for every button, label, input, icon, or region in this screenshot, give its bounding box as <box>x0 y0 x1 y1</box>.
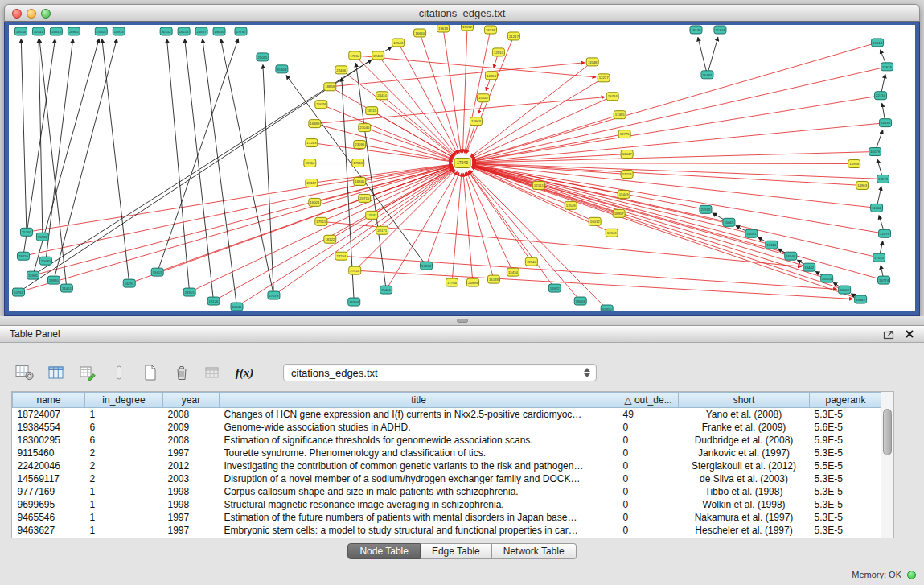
network-edge[interactable] <box>314 97 604 124</box>
table-cell[interactable]: 0 <box>618 472 679 485</box>
table-cell[interactable]: 19384554 <box>13 421 85 434</box>
network-node[interactable]: 14853 <box>485 72 497 80</box>
tab-edge-table[interactable]: Edge Table <box>421 543 492 559</box>
table-cell[interactable]: 0 <box>618 421 679 434</box>
network-window-titlebar[interactable]: citations_edges.txt <box>4 4 920 22</box>
network-node[interactable]: 20993 <box>466 278 478 286</box>
network-node[interactable]: 13880 <box>47 276 60 284</box>
network-edge[interactable] <box>472 43 877 160</box>
column-header-short[interactable]: short <box>679 393 810 408</box>
network-node[interactable]: 20076 <box>315 101 327 109</box>
network-node[interactable]: 20715 <box>359 194 371 202</box>
table-cell[interactable]: 5.5E-5 <box>810 459 882 472</box>
network-node[interactable]: 28117 <box>306 179 318 187</box>
table-cell[interactable]: 5.6E-5 <box>810 421 882 434</box>
table-cell[interactable]: 5.3E-5 <box>810 485 882 498</box>
network-node[interactable]: 19415 <box>151 268 163 276</box>
network-node[interactable]: 19613 <box>437 25 450 32</box>
network-edge[interactable] <box>263 65 273 295</box>
network-node[interactable]: 17485 <box>614 111 626 119</box>
network-edge[interactable] <box>46 39 73 261</box>
network-node[interactable]: 12161 <box>532 181 544 189</box>
network-node[interactable]: 20035 <box>39 257 51 265</box>
table-cell[interactable]: 5.9E-5 <box>810 434 882 447</box>
show-columns-button[interactable] <box>46 363 67 382</box>
table-cell[interactable]: Dudbridge et al. (2008) <box>679 434 810 447</box>
network-node[interactable]: 12217 <box>598 74 610 82</box>
network-edge[interactable] <box>473 163 854 164</box>
tab-network-table[interactable]: Network Table <box>492 543 577 559</box>
network-node[interactable]: 15919 <box>881 63 893 71</box>
network-hub-node[interactable]: 17240 <box>454 159 470 168</box>
network-node[interactable]: 16344 <box>348 298 360 306</box>
network-node[interactable]: 18031 <box>745 229 758 237</box>
network-edge[interactable] <box>472 166 809 267</box>
network-node[interactable]: 16640 <box>414 29 426 37</box>
table-cell[interactable]: 2009 <box>163 421 220 434</box>
network-node[interactable]: 17243 <box>306 139 318 147</box>
new-document-button[interactable] <box>140 363 161 382</box>
network-edge[interactable] <box>330 63 584 87</box>
table-cell[interactable]: 5.3E-5 <box>810 498 882 511</box>
table-cell[interactable]: 0 <box>618 524 679 537</box>
column-header-pagerank[interactable]: pagerank <box>810 393 882 408</box>
float-panel-icon[interactable] <box>883 329 895 340</box>
network-node[interactable]: 16946 <box>785 252 797 260</box>
network-edge[interactable] <box>190 167 454 292</box>
network-node[interactable]: 16949 <box>606 229 618 237</box>
network-node[interactable]: 15982 <box>36 233 48 241</box>
table-cell[interactable]: 9463627 <box>13 524 85 537</box>
network-node[interactable]: 18138 <box>484 26 496 34</box>
table-cell[interactable]: Nakamura et al. (1997) <box>679 511 810 524</box>
table-cell[interactable]: Estimation of the future numbers of pati… <box>220 511 618 524</box>
table-cell[interactable]: 1998 <box>163 498 220 511</box>
network-node[interactable]: 27514 <box>349 266 361 274</box>
network-node[interactable]: 17782 <box>235 27 247 35</box>
network-edge[interactable] <box>355 56 455 155</box>
network-node[interactable]: 16845 <box>354 177 366 185</box>
network-node[interactable]: 22406 <box>335 66 347 74</box>
network-edge[interactable] <box>355 56 595 77</box>
table-row[interactable]: 969969511998Structural magnetic resonanc… <box>13 498 882 511</box>
network-node[interactable]: 25260 <box>20 228 32 236</box>
table-cell[interactable]: Franke et al. (2009) <box>679 421 810 434</box>
table-row[interactable]: 946362711997Embryonic stem cells: a mode… <box>13 524 882 537</box>
table-cell[interactable]: 9699695 <box>13 498 85 511</box>
network-node[interactable]: 17764 <box>446 278 458 286</box>
table-row[interactable]: 911546021997Tourette syndrome. Phenomeno… <box>13 447 882 459</box>
network-node[interactable]: 21304 <box>714 26 726 34</box>
network-edge[interactable] <box>462 27 466 153</box>
function-builder-button[interactable]: f(x) <box>234 363 255 382</box>
table-cell[interactable]: Disruption of a novel member of a sodium… <box>220 472 618 485</box>
table-cell[interactable]: 14569117 <box>13 472 85 485</box>
network-edge[interactable] <box>472 167 844 290</box>
network-edge[interactable] <box>452 173 462 282</box>
network-node[interactable]: 17010 <box>873 253 885 262</box>
network-node[interactable]: 15905 <box>27 271 39 279</box>
table-cell[interactable]: 5.3E-5 <box>810 472 882 485</box>
column-header-name[interactable]: name <box>13 393 85 408</box>
network-edge[interactable] <box>472 115 619 160</box>
network-node[interactable]: 18130 <box>690 26 702 34</box>
network-node[interactable]: 22734 <box>875 92 887 100</box>
table-row[interactable]: 977716911998Corpus callosum shape and si… <box>13 485 882 498</box>
network-edge[interactable] <box>473 96 881 162</box>
network-node[interactable]: 18775 <box>618 130 630 138</box>
table-cell[interactable]: Tourette syndrome. Phenomenology and cla… <box>220 447 618 459</box>
table-cell[interactable]: 1 <box>85 485 163 498</box>
network-node[interactable]: 12078 <box>879 229 891 237</box>
network-node[interactable]: 75441 <box>380 286 392 294</box>
delete-trash-button[interactable] <box>171 363 192 382</box>
network-node[interactable]: 19734 <box>606 93 618 101</box>
network-node[interactable]: 18315 <box>366 107 378 115</box>
table-cell[interactable]: 6 <box>85 434 163 447</box>
table-cell[interactable]: Stergiakouli et al. (2012) <box>679 459 810 472</box>
network-edge[interactable] <box>465 173 494 279</box>
table-mode-button[interactable] <box>14 363 35 382</box>
network-edge[interactable] <box>472 97 613 159</box>
table-row[interactable]: 1872400712008Changes of HCN gene express… <box>13 408 882 422</box>
network-node[interactable]: 18126 <box>207 297 220 305</box>
network-edge[interactable] <box>465 30 491 153</box>
table-cell[interactable]: Changes of HCN gene expression and I(f) … <box>220 408 618 422</box>
table-row[interactable]: 1830029562008Estimation of significance … <box>13 434 882 447</box>
